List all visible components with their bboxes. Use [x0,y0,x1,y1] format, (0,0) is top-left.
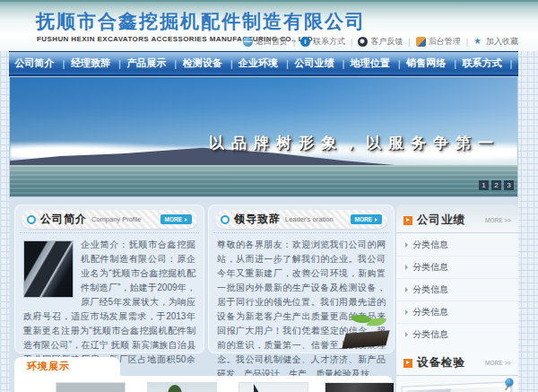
company-name-cn: 抚顺市合鑫挖掘机配件制造有限公司 [36,9,366,34]
globe-icon [243,37,253,47]
admin-users-icon [416,37,426,47]
feedback-link-label: 客户反馈 [370,36,403,48]
nav-label: 经理致辞 [71,57,110,70]
nav-separator: | [510,58,513,69]
company-profile-title: 公司简介 [40,212,87,227]
env-thumb-2[interactable] [147,382,217,392]
home-link-label: 返回首页 [256,36,288,48]
nav-separator: | [454,58,456,69]
feedback-link[interactable]: 客户反馈 [358,36,403,48]
inspection-photo-image [406,387,509,392]
environment-panel: 环境展示 [14,357,393,392]
performance-list-item[interactable]: 分类信息 [396,324,518,345]
nav-item-company-profile[interactable]: 公司简介 | [15,57,65,70]
arrow-right-icon [185,218,187,222]
environment-tab-label: 环境展示 [27,360,70,373]
performance-list-item[interactable]: 分类信息 [396,234,518,257]
link-separator: | [408,38,410,47]
list-item-label: 分类信息 [412,328,448,341]
nav-separator: | [230,58,233,69]
nav-label: 公司业绩 [294,57,334,70]
environment-gallery [14,376,393,392]
performance-list-item[interactable]: 分类信息 [396,301,518,324]
tab-environment-display[interactable]: 环境展示 [14,357,120,376]
env-thumb-4[interactable] [325,382,395,392]
leader-oration-title: 领导致辞 [234,212,281,227]
banner-pager-3[interactable]: 3 [504,180,514,190]
tree-shape [168,385,182,392]
sail-shape [254,384,266,392]
inspection-more-link[interactable]: MORE >> [485,360,511,366]
nav-label: 企业环境 [239,57,278,70]
home-link[interactable]: 返回首页 [243,36,288,48]
more-label: MORE [165,216,183,222]
performance-list-item[interactable]: 分类信息 [396,279,518,301]
orange-arrow-icon [404,359,412,368]
list-bullet-icon [405,332,408,337]
performance-list-item[interactable]: 分类信息 [396,257,518,279]
banner-pager-1[interactable]: 1 [479,180,489,190]
nav-item-company-performance[interactable]: 公司业绩 | [294,57,344,70]
nav-separator: | [398,58,401,69]
nav-label: 联系方式 [463,57,502,70]
list-item-label: 分类信息 [412,261,448,274]
admin-link-label: 后台管理 [429,36,461,48]
main-nav: 公司简介 | 经理致辞 | 产品展示 | 检测设备 | 企业环境 | 公司业绩 … [9,51,518,76]
leader-oration-subtitle: Leader's oration [285,215,334,223]
banner-sea [10,165,517,196]
performance-list: 分类信息 分类信息 分类信息 分类信息 分类信息 [396,233,518,347]
env-thumb-3[interactable] [239,382,308,392]
list-item-label: 分类信息 [412,306,448,318]
inspection-photo[interactable] [402,381,514,392]
performance-header: 公司业绩 MORE >> [396,205,518,233]
link-separator: | [351,38,352,47]
header: 抚顺市合鑫挖掘机配件制造有限公司 FUSHUN HEXIN EXCAVATORS… [0,0,538,51]
nav-item-contact[interactable]: 联系方式 | [463,57,513,70]
nav-label: 公司简介 [15,57,55,70]
orange-arrow-icon [404,216,412,225]
nav-separator: | [118,58,121,69]
banner-pager: 1 2 3 [479,180,514,190]
list-item-label: 分类信息 [412,283,448,296]
leader-oration-panel: 领导致辞 Leader's oration MORE 尊敬的各界朋友：欢迎浏览我… [208,205,395,353]
list-bullet-icon [405,265,408,270]
header-quick-links: 返回首页 | 联系方式 | 客户反馈 | 后台管理 | 加入收藏 [243,36,518,48]
nav-item-products[interactable]: 产品展示 | [126,57,177,70]
inspection-header: 设备检验 MORE >> [396,347,518,376]
nav-item-sales-network[interactable]: 销售网络 | [406,57,456,70]
env-thumb-1[interactable] [56,382,126,392]
link-separator: | [293,38,295,47]
list-bullet-icon [405,287,408,292]
info-icon [300,37,310,47]
banner-pager-2[interactable]: 2 [491,180,501,190]
nav-label: 销售网络 [406,57,446,70]
favorite-star-icon [473,37,483,47]
factory-photo [23,240,74,298]
list-bullet-icon [405,309,408,315]
plant-slab [342,330,389,348]
company-profile-subtitle: Company Profile [91,215,141,223]
nav-item-enterprise-environment[interactable]: 企业环境 | [239,57,289,70]
contact-link[interactable]: 联系方式 [300,36,345,48]
company-profile-panel: 公司简介 Company Profile MORE 企业简介：抚顺市合鑫挖掘机配… [14,205,204,353]
company-profile-more-button[interactable]: MORE [161,214,193,224]
feedback-icon [358,37,368,47]
inspection-title: 设备检验 [417,355,465,370]
nav-item-manager-speech[interactable]: 经理致辞 | [71,57,121,70]
arrow-right-icon [375,218,377,222]
admin-link[interactable]: 后台管理 [416,36,461,48]
nav-separator: | [174,58,177,69]
banner-slogan: 以品牌树形象，以服务争第一 [209,133,500,153]
favorite-link[interactable]: 加入收藏 [473,36,518,48]
favorite-link-label: 加入收藏 [486,36,518,48]
page: 抚顺市合鑫挖掘机配件制造有限公司 FUSHUN HEXIN EXCAVATORS… [0,0,538,392]
nav-label: 地理位置 [351,57,390,70]
sidebar: 公司业绩 MORE >> 分类信息 分类信息 分类信息 分类信息 分类信 [396,205,518,392]
nav-item-testing-equipment[interactable]: 检测设备 | [183,57,233,70]
leader-oration-more-button[interactable]: MORE [351,214,383,224]
performance-more-link[interactable]: MORE >> [485,217,511,223]
ring-bullet-icon [27,215,36,224]
nav-separator: | [286,58,289,69]
more-label: MORE [355,216,373,222]
nav-item-location[interactable]: 地理位置 | [351,57,401,70]
